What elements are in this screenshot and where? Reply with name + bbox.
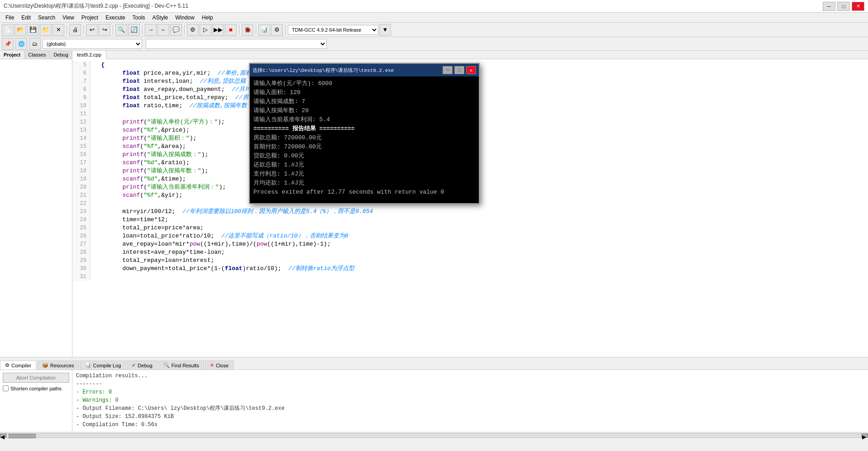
replace-button[interactable]: 🔄 xyxy=(128,24,140,36)
menu-window[interactable]: Window xyxy=(172,14,198,22)
new-file-button[interactable]: 📄 xyxy=(2,24,14,36)
open-file-button[interactable]: 📂 xyxy=(14,24,26,36)
toolbar-secondary: 📌 🌐 🗂 (globals) xyxy=(0,37,868,51)
tab-debug[interactable]: Debug xyxy=(50,51,72,59)
save-all-button[interactable]: 📁 xyxy=(40,24,52,36)
stop-button[interactable]: ■ xyxy=(225,24,237,36)
debug-tab-icon: ✓ xyxy=(132,362,136,368)
scroll-track[interactable] xyxy=(6,433,862,438)
print-button[interactable]: 🖨 xyxy=(69,24,81,36)
menu-execute[interactable]: Execute xyxy=(102,14,129,22)
menu-file[interactable]: File xyxy=(2,14,18,22)
tab-close[interactable]: ✕ Close xyxy=(205,361,234,370)
resources-tab-icon: 📦 xyxy=(42,362,48,368)
menu-help[interactable]: Help xyxy=(198,14,217,22)
tab-compile-log[interactable]: 📊 Compile Log xyxy=(80,361,126,370)
scroll-thumb[interactable] xyxy=(9,434,36,438)
bookmarks-button[interactable]: 📌 xyxy=(2,38,14,50)
menubar: File Edit Search View Project Execute To… xyxy=(0,13,868,23)
console-titlebar: 选择C:\Users\lzy\Desktop\程序\课后练习\test9.2.e… xyxy=(250,64,479,76)
compile-log-line: - Errors: 0 xyxy=(76,388,864,396)
editor-tab-file[interactable]: test9.2.cpp xyxy=(72,51,106,59)
tab-classes[interactable]: Classes xyxy=(24,51,50,59)
panel-content xyxy=(0,59,72,357)
find-results-label: Find Results xyxy=(172,363,199,368)
menu-astyle[interactable]: AStyle xyxy=(149,14,172,22)
compiler-tab-label: Compiler xyxy=(11,363,31,368)
console-maximize-button[interactable]: □ xyxy=(454,66,464,74)
tab-compiler[interactable]: ⚙ Compiler xyxy=(0,361,36,370)
code-line-24: 24 time=time*12; xyxy=(72,216,868,224)
compile-log-label: Compile Log xyxy=(93,363,121,368)
unindent-button[interactable]: ← xyxy=(157,24,169,36)
find-button[interactable]: 🔍 xyxy=(115,24,127,36)
compile-log-line: - Output Size: 152.8984375 KiB xyxy=(76,413,864,421)
env-button[interactable]: 🌐 xyxy=(15,38,27,50)
run-button[interactable]: ▷ xyxy=(200,24,211,36)
bottom-tabs: ⚙ Compiler 📦 Resources 📊 Compile Log ✓ D… xyxy=(0,357,868,370)
tab-project[interactable]: Project xyxy=(0,51,24,59)
compile-run-button[interactable]: ▶▶ xyxy=(212,24,224,36)
toolbar-separator-5 xyxy=(184,25,185,35)
console-minimize-button[interactable]: ─ xyxy=(443,66,453,74)
tab-find-results[interactable]: 🔍 Find Results xyxy=(158,361,204,370)
tab-resources[interactable]: 📦 Resources xyxy=(37,361,79,370)
console-output: 请输入单价(元/平方): 6000请输入面积: 120请输入按揭成数: 7请输入… xyxy=(250,76,479,203)
close-button[interactable]: ✕ xyxy=(852,2,864,11)
code-editor[interactable]: 选择C:\Users\lzy\Desktop\程序\课后练习\test9.2.e… xyxy=(72,59,868,357)
code-line-29: 29 total_repay=loan+interest; xyxy=(72,256,868,265)
chart-button[interactable]: 📊 xyxy=(258,24,270,36)
console-line: 请输入按揭成数: 7 xyxy=(253,97,475,106)
menu-view[interactable]: View xyxy=(59,14,78,22)
settings-button[interactable]: ⚙ xyxy=(271,24,283,36)
find-results-icon: 🔍 xyxy=(163,362,170,368)
undo-button[interactable]: ↩ xyxy=(86,24,98,36)
code-editor-area: test9.2.cpp 选择C:\Users\lzy\Desktop\程序\课后… xyxy=(72,51,868,357)
tab-debug[interactable]: ✓ Debug xyxy=(127,361,157,370)
compile-log-line: - Output Filename: C:\Users\ lzy\Desktop… xyxy=(76,404,864,413)
shorten-paths-option: Shorten compiler paths xyxy=(3,385,69,391)
code-line-25: 25 total_price=price*area; xyxy=(72,224,868,232)
minimize-button[interactable]: ─ xyxy=(823,2,835,11)
function-selector[interactable] xyxy=(146,39,327,49)
menu-tools[interactable]: Tools xyxy=(129,14,149,22)
indent-button[interactable]: → xyxy=(145,24,157,36)
maximize-button[interactable]: □ xyxy=(837,2,850,11)
debug-button[interactable]: 🐞 xyxy=(242,24,253,36)
menu-search[interactable]: Search xyxy=(34,14,59,22)
left-panel: Project Classes Debug xyxy=(0,51,72,357)
shorten-paths-label: Shorten compiler paths xyxy=(10,386,62,391)
console-window: 选择C:\Users\lzy\Desktop\程序\课后练习\test9.2.e… xyxy=(249,63,480,204)
horizontal-scrollbar[interactable]: ◀ ▶ xyxy=(0,432,868,438)
code-line-28: 28 interest=ave_repay*time-loan; xyxy=(72,248,868,256)
save-button[interactable]: 💾 xyxy=(27,24,39,36)
panel-tabs: Project Classes Debug xyxy=(0,51,72,59)
code-line-26: 26 loan=total_price*ratio/10; //这里不能写成（r… xyxy=(72,232,868,240)
code-line-23: 23 mir=yir/100/12; //年利润需要除以100得到，因为用户输入… xyxy=(72,208,868,216)
console-line: 房款总额: 720000.00元 xyxy=(253,133,475,142)
console-line: 请输入按揭年数: 20 xyxy=(253,106,475,115)
scroll-right-button[interactable]: ▶ xyxy=(862,433,868,438)
compiler-arrow[interactable]: ▼ xyxy=(379,24,391,36)
redo-button[interactable]: ↪ xyxy=(99,24,110,36)
menu-project[interactable]: Project xyxy=(78,14,102,22)
window-controls: ─ □ ✕ xyxy=(823,2,864,11)
console-line: 贷款总额: 0.00元 xyxy=(253,152,475,161)
scroll-left-button[interactable]: ◀ xyxy=(0,433,6,438)
globals-selector[interactable]: (globals) xyxy=(43,39,142,49)
code-tabs: test9.2.cpp xyxy=(72,51,868,59)
class-browser-button[interactable]: 🗂 xyxy=(29,38,41,50)
comment-button[interactable]: 💬 xyxy=(170,24,182,36)
compiler-controls: Abort Compilation Shorten compiler paths xyxy=(0,370,72,432)
compiler-selector[interactable]: TDM-GCC 4.9.2 64-bit Release xyxy=(288,25,378,35)
menu-edit[interactable]: Edit xyxy=(18,14,34,22)
shorten-paths-checkbox[interactable] xyxy=(3,385,9,391)
close-file-button[interactable]: ✕ xyxy=(52,24,64,36)
compile-button[interactable]: ⚙ xyxy=(187,24,199,36)
console-close-button[interactable]: ✕ xyxy=(466,66,476,74)
console-line: Process exited after 12.77 seconds with … xyxy=(253,188,475,197)
abort-compilation-button[interactable]: Abort Compilation xyxy=(3,373,69,383)
compile-log-line: -------- xyxy=(76,380,864,388)
title-text: C:\Users\lzy\Desktop\程序\课后练习\test9.2.cpp… xyxy=(4,2,188,10)
console-title: 选择C:\Users\lzy\Desktop\程序\课后练习\test9.2.e… xyxy=(253,67,394,74)
